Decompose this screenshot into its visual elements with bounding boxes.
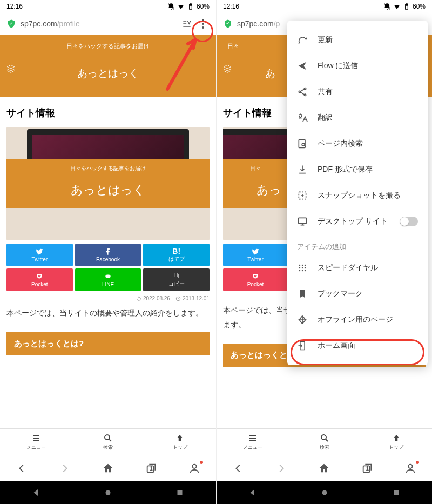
sys-back[interactable] [31, 488, 41, 498]
menu-flow[interactable]: Flow に送信 [287, 53, 428, 79]
shield-icon [6, 19, 16, 29]
svg-point-20 [299, 91, 300, 92]
overflow-menu: 更新 Flow に送信 共有 翻訳 ページ内検索 PDF 形式で保存 スナップシ… [287, 21, 428, 365]
battery-icon [187, 3, 194, 10]
menu-find[interactable]: ページ内検索 [287, 131, 428, 157]
svg-point-33 [302, 270, 303, 272]
svg-point-2 [202, 23, 204, 25]
profile-button[interactable] [403, 461, 418, 476]
svg-point-34 [305, 270, 306, 272]
browser-toolbar: 1 [0, 455, 216, 481]
menu-share[interactable]: 共有 [287, 79, 428, 105]
svg-point-17 [322, 490, 327, 495]
svg-rect-25 [299, 218, 307, 223]
svg-point-29 [299, 267, 301, 269]
heading-box: あっとはっくとは? [6, 332, 210, 355]
menu-homescreen[interactable]: ホーム画面 [287, 333, 428, 359]
svg-rect-5 [175, 274, 178, 278]
share-twitter[interactable]: Twitter [223, 244, 288, 266]
share-facebook[interactable]: Facebook [75, 244, 141, 266]
layers-icon [223, 64, 232, 73]
android-nav [217, 481, 432, 504]
hero-banner: 日々をハックする記事をお届け あっとはっく [0, 35, 216, 97]
svg-point-27 [302, 265, 303, 266]
svg-point-23 [302, 143, 305, 146]
home-button[interactable] [100, 461, 116, 476]
wifi-icon [177, 3, 185, 10]
svg-point-16 [408, 465, 412, 468]
site-bottom-bar: メニュー 検索 トップ [217, 428, 432, 455]
sys-home[interactable] [320, 488, 329, 498]
share-twitter[interactable]: Twitter [6, 244, 73, 266]
nav-top[interactable]: トップ [144, 429, 216, 455]
menu-translate[interactable]: 翻訳 [287, 105, 428, 131]
sys-recent[interactable] [392, 488, 401, 498]
svg-point-3 [202, 26, 204, 29]
back-button[interactable] [231, 461, 246, 476]
thumbnail[interactable]: 日々 あっ [223, 127, 288, 240]
svg-rect-18 [394, 490, 399, 495]
svg-point-14 [321, 435, 326, 440]
forward-button[interactable] [274, 461, 289, 476]
sys-back[interactable] [248, 488, 258, 498]
nav-top[interactable]: トップ [360, 429, 432, 455]
menu-pdf[interactable]: PDF 形式で保存 [287, 157, 428, 183]
menu-bookmark[interactable]: ブックマーク [287, 281, 428, 307]
nav-search[interactable]: 検索 [288, 429, 360, 455]
svg-point-11 [105, 490, 110, 495]
tabs-button[interactable]: 1 [144, 461, 159, 476]
address-bar[interactable]: sp7pc.com/profile [0, 13, 216, 35]
sys-home[interactable] [103, 488, 113, 498]
svg-point-31 [305, 267, 306, 269]
svg-point-10 [192, 465, 196, 468]
forward-button[interactable] [57, 461, 72, 476]
reader-mode-icon[interactable] [181, 18, 192, 29]
dates: 2022.08.26 2013.12.01 [6, 295, 210, 301]
share-line[interactable]: LINE [75, 268, 141, 291]
share-hatebu[interactable]: B!はてブ [143, 244, 210, 266]
notification-dot [416, 461, 419, 464]
svg-point-1 [202, 19, 204, 21]
nav-menu[interactable]: メニュー [0, 429, 72, 455]
layers-icon [6, 64, 15, 73]
shield-icon [223, 19, 233, 29]
svg-rect-4 [105, 274, 110, 278]
menu-section-header: アイテムの追加 [287, 234, 428, 255]
tabs-button[interactable]: 1 [360, 461, 375, 476]
share-buttons: Twitter Facebook B!はてブ Pocket LINE コピー [6, 244, 210, 291]
notification-dot [200, 461, 203, 464]
screenshot-right: 12:16 60% sp7pc.com/p 日々 あ サイト情報 日々 あっ T… [216, 0, 432, 504]
back-button[interactable] [14, 461, 29, 476]
hero-title: あっとはっく [0, 66, 216, 80]
svg-point-26 [299, 265, 301, 266]
menu-speeddial[interactable]: スピードダイヤル [287, 255, 428, 281]
menu-reload[interactable]: 更新 [287, 27, 428, 53]
svg-point-30 [302, 267, 303, 269]
menu-button[interactable] [197, 17, 210, 30]
home-button[interactable] [316, 461, 332, 476]
android-nav [0, 481, 216, 504]
clock: 12:16 [6, 3, 23, 10]
battery-text: 60% [197, 3, 210, 10]
nav-menu[interactable]: メニュー [217, 429, 288, 455]
thumbnail[interactable]: 日々をハックする記事をお届け あっとはっく [6, 127, 210, 240]
section-title: サイト情報 [6, 106, 210, 119]
site-bottom-bar: メニュー 検索 トップ [0, 428, 216, 455]
dnd-icon [383, 3, 391, 10]
nav-search[interactable]: 検索 [72, 429, 144, 455]
menu-offline[interactable]: オフライン用のページ [287, 307, 428, 333]
profile-button[interactable] [187, 461, 202, 476]
share-pocket[interactable]: Pocket [223, 268, 288, 291]
share-pocket[interactable]: Pocket [6, 268, 73, 291]
status-bar: 12:16 60% [217, 0, 432, 13]
svg-point-32 [299, 270, 301, 272]
svg-point-8 [105, 435, 110, 440]
share-copy[interactable]: コピー [143, 268, 210, 291]
browser-toolbar: 1 [217, 455, 432, 481]
sys-recent[interactable] [175, 488, 185, 498]
menu-snapshot[interactable]: スナップショットを撮る [287, 183, 428, 209]
menu-desktop[interactable]: デスクトップ サイト [287, 209, 428, 234]
desktop-toggle[interactable] [400, 217, 418, 226]
battery-icon [403, 3, 410, 10]
url-text: sp7pc.com/profile [21, 19, 177, 28]
